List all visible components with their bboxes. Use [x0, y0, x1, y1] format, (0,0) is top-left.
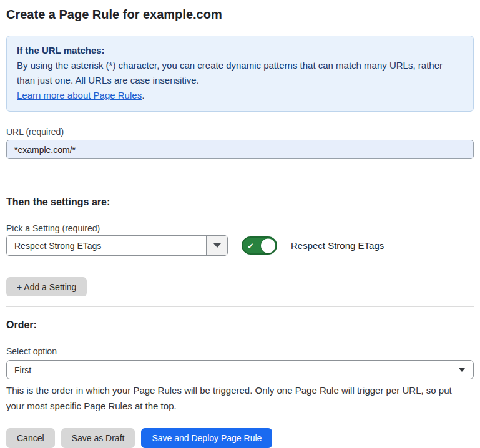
- order-select-label: Select option: [6, 346, 474, 357]
- link-suffix: .: [142, 90, 144, 100]
- section-divider: [6, 185, 474, 185]
- info-box-heading: If the URL matches:: [17, 43, 463, 58]
- etags-toggle[interactable]: [242, 236, 277, 255]
- setting-select-value: Respect Strong ETags: [7, 236, 206, 255]
- url-input[interactable]: [6, 140, 474, 159]
- order-select[interactable]: First: [6, 360, 474, 379]
- check-icon: [247, 241, 254, 250]
- order-section-heading: Order:: [6, 319, 474, 331]
- setting-select[interactable]: Respect Strong ETags: [6, 235, 228, 256]
- save-draft-button[interactable]: Save as Draft: [61, 428, 135, 448]
- etags-toggle-label: Respect Strong ETags: [291, 240, 384, 251]
- info-box-link-line: Learn more about Page Rules.: [17, 88, 463, 103]
- order-help-text: This is the order in which your Page Rul…: [6, 382, 471, 414]
- pick-setting-label: Pick a Setting (required): [6, 223, 474, 234]
- page-title: Create a Page Rule for example.com: [6, 6, 474, 22]
- save-deploy-button[interactable]: Save and Deploy Page Rule: [141, 428, 272, 448]
- footer-actions: Cancel Save as Draft Save and Deploy Pag…: [6, 428, 474, 448]
- toggle-knob: [261, 238, 275, 253]
- chevron-down-icon: [459, 368, 465, 372]
- footer-divider: [6, 417, 474, 417]
- settings-section-heading: Then the settings are:: [6, 196, 474, 208]
- chevron-down-icon: [213, 243, 221, 248]
- page-rule-form: Create a Page Rule for example.com If th…: [0, 6, 480, 448]
- setting-select-arrow-button[interactable]: [206, 236, 227, 255]
- learn-more-link[interactable]: Learn more about Page Rules: [17, 90, 142, 100]
- section-divider: [6, 306, 474, 307]
- setting-row: Respect Strong ETags Respect Strong ETag…: [6, 235, 474, 256]
- info-box-body: By using the asterisk (*) character, you…: [17, 58, 463, 88]
- url-field-label: URL (required): [6, 126, 474, 137]
- add-setting-button[interactable]: + Add a Setting: [6, 277, 87, 296]
- order-select-value: First: [14, 365, 31, 375]
- url-match-info-box: If the URL matches: By using the asteris…: [6, 36, 474, 112]
- cancel-button[interactable]: Cancel: [6, 428, 55, 448]
